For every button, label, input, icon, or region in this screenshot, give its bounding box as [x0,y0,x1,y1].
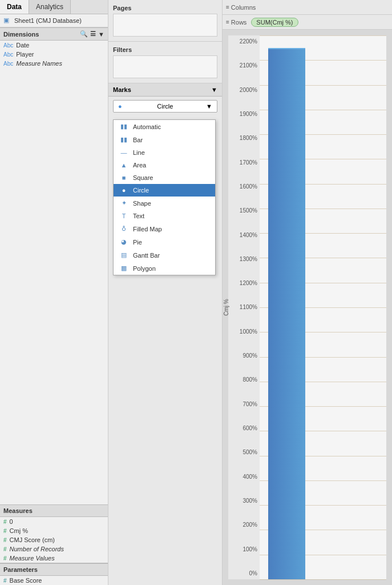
rows-pill[interactable]: SUM(Cmj %) [251,18,298,27]
measure-0-label: 0 [10,518,13,525]
marks-option-shape-label: Shape [133,200,151,207]
columns-shelf: ≡ Columns [223,0,392,15]
rows-label: ≡ Rows [226,19,246,26]
search-icon[interactable]: 🔍 [80,30,88,38]
main-bar [268,48,305,579]
measure-cmj-score-icon: # [3,537,7,543]
date-type-icon: Abc [3,42,13,49]
parameters-section: Parameters # Base Score [0,563,108,585]
measure-0[interactable]: # 0 [0,517,108,526]
pages-area: Pages [108,0,222,42]
marks-selected-label: Circle [157,103,173,110]
measure-number-records[interactable]: # Number of Records [0,544,108,554]
marks-option-text[interactable]: T Text [114,210,215,222]
measure-measure-values[interactable]: # Measure Values [0,554,108,563]
tick-1300: 1300% [240,256,257,262]
tab-data[interactable]: Data [0,0,29,14]
marks-option-line[interactable]: ― Line [114,146,215,159]
measure-num-records-icon: # [3,546,7,552]
parameters-header: Parameters [0,563,108,576]
marks-option-area-label: Area [133,162,146,169]
columns-label: ≡ Columns [226,4,256,11]
parameters-label: Parameters [3,566,38,573]
chart-area: Cmj % 2200% 2100% 2000% 1900% 1800% 1700… [223,30,392,585]
chart-with-axis: Cmj % 2200% 2100% 2000% 1900% 1800% 1700… [228,35,386,579]
tick-1700: 1700% [240,159,257,166]
marks-option-shape[interactable]: ✦ Shape [114,197,215,210]
shape-icon: ✦ [119,199,128,207]
marks-select-button[interactable]: ● Circle ▼ [113,100,217,113]
marks-option-pie[interactable]: ◕ Pie [114,235,215,249]
rows-icon: ≡ [226,19,229,25]
marks-option-filled-map-label: Filled Map [133,226,162,233]
marks-expand-icon[interactable]: ▼ [211,86,217,93]
tick-400: 400% [243,474,257,480]
marks-option-polygon[interactable]: ▩ Polygon [114,262,215,275]
dimensions-header-icons: 🔍 ☰ ▼ [80,30,104,38]
marks-option-circle-label: Circle [133,187,149,194]
measures-label: Measures [3,507,33,514]
marks-option-circle[interactable]: ● Circle [114,184,215,197]
bar-icon: ▮▮ [119,136,128,143]
base-score-label: Base Score [10,577,42,584]
gantt-bar-icon: ▤ [119,251,128,259]
marks-option-pie-label: Pie [133,239,142,246]
marks-option-line-label: Line [133,149,145,156]
measure-cmj-score[interactable]: # CMJ Score (cm) [0,535,108,544]
marks-option-gantt-bar-label: Gantt Bar [133,252,160,259]
tick-800: 800% [243,376,257,383]
tab-analytics[interactable]: Analytics [29,0,71,14]
expand-icon[interactable]: ▼ [98,31,104,38]
marks-option-gantt-bar[interactable]: ▤ Gantt Bar [114,249,215,262]
dimension-player[interactable]: Abc Player [0,50,108,59]
left-panel: Data Analytics ▣ Sheet1 (CMJ Database) D… [0,0,108,585]
dimension-measure-names[interactable]: Abc Measure Names [0,59,108,68]
marks-option-area[interactable]: ▲ Area [114,159,215,171]
parameter-base-score[interactable]: # Base Score [0,576,108,585]
dimension-date[interactable]: Abc Date [0,41,108,50]
measure-names-type-icon: Abc [3,61,13,67]
tick-1900: 1900% [240,111,257,117]
tick-1800: 1800% [240,135,257,141]
y-axis: Cmj % 2200% 2100% 2000% 1900% 1800% 1700… [228,35,260,579]
circle-icon: ● [119,187,128,194]
marks-option-bar[interactable]: ▮▮ Bar [114,133,215,146]
tick-900: 900% [243,352,257,359]
marks-option-text-label: Text [133,213,144,219]
line-icon: ― [119,149,128,156]
marks-header: Marks ▼ [108,83,222,97]
filters-area: Filters [108,42,222,83]
marks-option-filled-map[interactable]: ♁ Filled Map [114,222,215,235]
sheet-selector[interactable]: ▣ Sheet1 (CMJ Database) [0,14,108,27]
measure-values-icon: # [3,555,7,562]
polygon-icon: ▩ [119,265,128,272]
automatic-icon: ▮▮ [119,123,128,130]
sort-icon[interactable]: ☰ [90,30,96,38]
marks-option-automatic[interactable]: ▮▮ Automatic [114,120,215,133]
tick-0: 0% [249,570,257,576]
measure-cmj-score-label: CMJ Score (cm) [10,536,55,543]
dimensions-header: Dimensions 🔍 ☰ ▼ [0,27,108,41]
filled-map-icon: ♁ [119,225,128,233]
filters-label: Filters [113,46,217,53]
tick-1100: 1100% [240,304,257,310]
pages-label: Pages [113,5,217,11]
measure-cmj[interactable]: # Cmj % [0,526,108,535]
dimension-date-label: Date [16,42,29,49]
tick-600: 600% [243,425,257,431]
tick-1200: 1200% [240,280,257,286]
marks-option-square[interactable]: ■ Square [114,171,215,184]
left-spacer [0,68,108,504]
sheet-label: Sheet1 (CMJ Database) [14,17,82,24]
tick-500: 500% [243,449,257,455]
marks-option-bar-label: Bar [133,137,143,143]
bar-container [260,35,386,579]
tick-1500: 1500% [240,207,257,214]
chart-plot [260,35,386,579]
tab-bar: Data Analytics [0,0,108,14]
columns-icon: ≡ [226,4,229,10]
dimensions-label: Dimensions [3,31,39,38]
measure-values-label: Measure Values [10,555,55,562]
tick-2200: 2200% [240,38,257,45]
sheet-icon: ▣ [3,17,11,25]
